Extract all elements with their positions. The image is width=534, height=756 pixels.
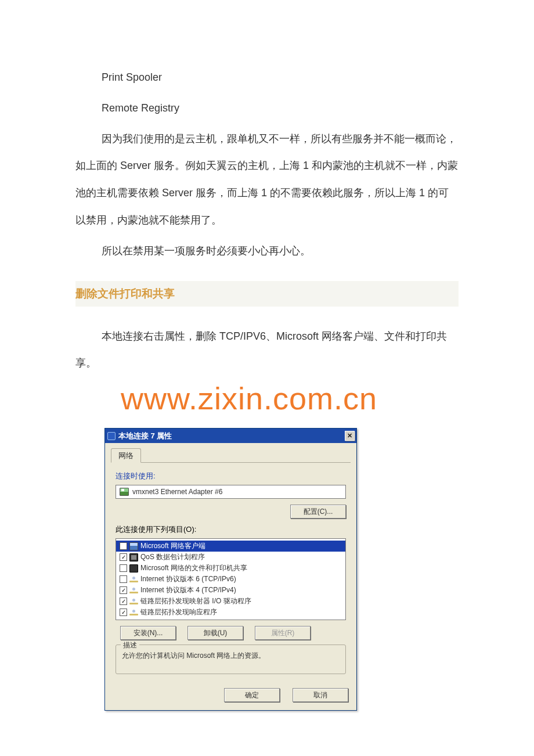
paragraph-instruction: 本地连接右击属性，删除 TCP/IPV6、Microsoft 网络客户端、文件和… <box>75 323 459 377</box>
dialog-title: 本地连接 7 属性 <box>118 431 345 441</box>
protocol-icon <box>129 542 138 550</box>
item-label: Microsoft 网络客户端 <box>140 541 205 551</box>
description-text: 允许您的计算机访问 Microsoft 网络上的资源。 <box>122 651 265 660</box>
item-label: QoS 数据包计划程序 <box>140 552 205 562</box>
ok-button[interactable]: 确定 <box>224 688 280 702</box>
item-label: Microsoft 网络的文件和打印机共享 <box>140 563 247 573</box>
text-print-spooler: Print Spooler <box>75 64 459 91</box>
connection-items-list[interactable]: Microsoft 网络客户端✓QoS 数据包计划程序Microsoft 网络的… <box>116 538 346 620</box>
list-item[interactable]: Internet 协议版本 6 (TCP/IPv6) <box>116 574 345 585</box>
list-item[interactable]: Microsoft 网络的文件和打印机共享 <box>116 563 345 574</box>
item-label: 链路层拓扑发现映射器 I/O 驱动程序 <box>140 596 251 606</box>
list-item[interactable]: ✓链路层拓扑发现映射器 I/O 驱动程序 <box>116 596 345 607</box>
window-icon <box>107 432 116 440</box>
list-item[interactable]: Microsoft 网络客户端 <box>116 541 345 552</box>
tab-network[interactable]: 网络 <box>111 448 141 463</box>
protocol-icon <box>129 564 138 573</box>
adapter-box[interactable]: vmxnet3 Ethernet Adapter #6 <box>116 485 346 499</box>
paragraph-caution: 所以在禁用某一项服务时必须要小心再小心。 <box>75 237 459 265</box>
properties-dialog: 本地连接 7 属性 ✕ 网络 连接时使用: vmxnet3 Ethernet A… <box>104 428 357 711</box>
label-items: 此连接使用下列项目(O): <box>116 524 346 535</box>
protocol-icon <box>129 553 138 561</box>
watermark-text: www.zixin.com.cn <box>121 380 377 416</box>
checkbox[interactable]: ✓ <box>120 597 127 605</box>
list-item[interactable]: ✓Internet 协议版本 4 (TCP/IPv4) <box>116 585 345 596</box>
protocol-icon <box>129 575 138 584</box>
description-fieldset: 描述 允许您的计算机访问 Microsoft 网络上的资源。 <box>116 645 346 674</box>
checkbox[interactable] <box>120 564 127 572</box>
description-legend: 描述 <box>121 640 139 650</box>
checkbox[interactable] <box>120 542 127 550</box>
configure-button[interactable]: 配置(C)... <box>290 505 346 519</box>
watermark-row: 共享。 www.zixin.com.cn <box>75 380 459 416</box>
list-item[interactable]: ✓QoS 数据包计划程序 <box>116 552 345 563</box>
text-remote-registry: Remote Registry <box>75 95 459 122</box>
item-label: Internet 协议版本 4 (TCP/IPv4) <box>140 585 236 595</box>
checkbox[interactable]: ✓ <box>120 586 127 594</box>
tab-strip: 网络 <box>111 448 351 463</box>
cancel-button[interactable]: 取消 <box>293 688 348 702</box>
checkbox[interactable]: ✓ <box>120 553 127 561</box>
adapter-name: vmxnet3 Ethernet Adapter #6 <box>132 488 222 496</box>
protocol-icon <box>129 609 138 617</box>
checkbox[interactable] <box>120 575 127 583</box>
dialog-titlebar[interactable]: 本地连接 7 属性 ✕ <box>105 429 356 443</box>
protocol-icon <box>129 586 138 595</box>
close-icon[interactable]: ✕ <box>345 431 355 441</box>
properties-button[interactable]: 属性(R) <box>255 626 311 640</box>
protocol-icon <box>129 597 138 606</box>
nic-icon <box>120 488 129 496</box>
checkbox[interactable]: ✓ <box>120 609 127 616</box>
list-item[interactable]: ✓链路层拓扑发现响应程序 <box>116 607 345 618</box>
item-label: Internet 协议版本 6 (TCP/IPv6) <box>140 574 236 584</box>
item-label: 链路层拓扑发现响应程序 <box>140 607 217 617</box>
paragraph-cloud-host: 因为我们使用的是云主机，跟单机又不一样，所以有些服务并不能一概而论，如上面的 S… <box>75 125 459 234</box>
section-heading: 删除文件打印和共享 <box>75 287 175 300</box>
install-button[interactable]: 安装(N)... <box>120 626 176 640</box>
section-heading-row: 删除文件打印和共享 <box>75 281 459 307</box>
label-connect-using: 连接时使用: <box>116 471 346 481</box>
uninstall-button[interactable]: 卸载(U) <box>187 626 243 640</box>
